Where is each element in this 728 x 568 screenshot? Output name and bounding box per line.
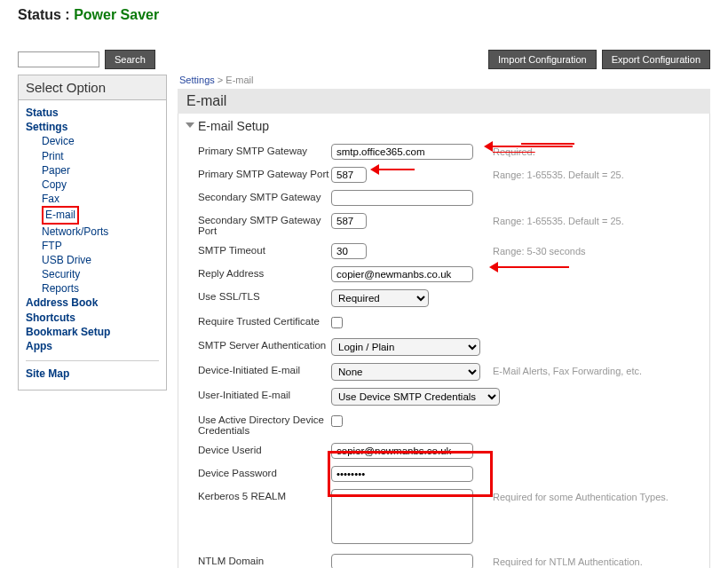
sidebar-item-sitemap[interactable]: Site Map — [26, 367, 159, 381]
hint-ntlm: Required for NTLM Authentication. — [493, 554, 643, 567]
sidebar-item-device[interactable]: Device — [26, 134, 159, 148]
sidebar-item-apps[interactable]: Apps — [26, 339, 159, 353]
import-config-button[interactable]: Import Configuration — [488, 50, 597, 69]
hint-timeout: Range: 5-30 seconds — [493, 243, 586, 256]
hint-primary-port: Range: 1-65535. Default = 25. — [493, 167, 624, 180]
input-primary-gateway[interactable] — [331, 144, 473, 160]
sidebar-item-ftp[interactable]: FTP — [26, 239, 159, 253]
search-input[interactable] — [18, 51, 99, 67]
status-line: Status : Power Saver — [18, 7, 710, 23]
label-ssl: Use SSL/TLS — [198, 289, 331, 302]
panel-title: E-mail — [178, 89, 710, 114]
email-panel: E-mail Setup Primary SMTP Gateway Requir… — [178, 114, 710, 568]
sidebar-item-copy[interactable]: Copy — [26, 178, 159, 192]
export-config-button[interactable]: Export Configuration — [602, 50, 710, 69]
sidebar-item-addressbook[interactable]: Address Book — [26, 296, 159, 310]
sidebar-item-print[interactable]: Print — [26, 149, 159, 163]
sidebar-item-settings[interactable]: Settings — [26, 120, 159, 134]
input-reply[interactable] — [331, 266, 473, 282]
sidebar-item-shortcuts[interactable]: Shortcuts — [26, 311, 159, 325]
label-ntlm: NTLM Domain — [198, 554, 331, 566]
annotation-rect-creds — [328, 451, 493, 497]
label-secondary-gateway: Secondary SMTP Gateway — [198, 190, 331, 202]
sidebar-item-reports[interactable]: Reports — [26, 281, 159, 296]
checkbox-trusted[interactable] — [331, 317, 343, 328]
label-reply: Reply Address — [198, 266, 331, 279]
label-primary-port: Primary SMTP Gateway Port — [198, 167, 331, 179]
hint-kerberos: Required for some Authentication Types. — [493, 489, 669, 502]
select-auth[interactable]: Login / Plain — [331, 338, 480, 356]
label-auth: SMTP Server Authentication — [198, 338, 331, 351]
hint-secondary-port: Range: 1-65535. Default = 25. — [493, 213, 624, 226]
label-ad-creds: Use Active Directory Device Credentials — [198, 413, 331, 436]
breadcrumb: Settings > E-mail — [179, 75, 710, 85]
annotation-arrow-3 — [498, 266, 569, 268]
label-trusted: Require Trusted Certificate — [198, 314, 331, 327]
breadcrumb-email: E-mail — [226, 75, 253, 85]
hint-dev-init: E-Mail Alerts, Fax Forwarding, etc. — [493, 363, 642, 376]
annotation-arrow-1 — [493, 146, 573, 147]
sidebar-item-status[interactable]: Status — [26, 106, 159, 120]
label-user-init: User-Initiated E-mail — [198, 388, 331, 400]
input-secondary-gateway[interactable] — [331, 190, 473, 206]
sidebar-item-usb[interactable]: USB Drive — [26, 253, 159, 267]
label-secondary-port: Secondary SMTP Gateway Port — [198, 213, 331, 236]
checkbox-ad-creds[interactable] — [331, 415, 343, 427]
input-timeout[interactable] — [331, 243, 367, 259]
sidebar-divider — [26, 360, 159, 361]
sidebar-title: Select Option — [18, 75, 167, 99]
select-dev-init[interactable]: None — [331, 363, 480, 381]
status-value: Power Saver — [74, 7, 159, 22]
label-timeout: SMTP Timeout — [198, 243, 331, 256]
input-ntlm[interactable] — [331, 554, 473, 568]
breadcrumb-settings[interactable]: Settings — [179, 75, 215, 85]
label-kerberos: Kerberos 5 REALM — [198, 489, 331, 501]
label-dev-init: Device-Initiated E-mail — [198, 363, 331, 375]
sidebar-item-email[interactable]: E-mail — [45, 209, 75, 221]
select-user-init[interactable]: Use Device SMTP Credentials — [331, 388, 500, 406]
email-highlight-box: E-mail — [42, 206, 79, 224]
section-title[interactable]: E-mail Setup — [178, 114, 709, 140]
label-primary-gateway: Primary SMTP Gateway — [198, 144, 331, 156]
sidebar-item-fax[interactable]: Fax — [26, 192, 159, 206]
search-button[interactable]: Search — [105, 50, 155, 69]
label-userid: Device Userid — [198, 443, 331, 455]
status-label: Status : — [18, 7, 74, 22]
input-primary-port[interactable] — [331, 167, 367, 183]
sidebar-item-network[interactable]: Network/Ports — [26, 225, 159, 239]
sidebar-item-bookmark[interactable]: Bookmark Setup — [26, 325, 159, 339]
sidebar: Select Option Status Settings Device Pri… — [18, 75, 167, 390]
input-secondary-port[interactable] — [331, 213, 367, 229]
annotation-arrow-2 — [379, 169, 415, 170]
label-password: Device Password — [198, 466, 331, 478]
textarea-kerberos[interactable] — [331, 489, 473, 544]
select-ssl[interactable]: Required — [331, 289, 429, 307]
sidebar-item-paper[interactable]: Paper — [26, 163, 159, 178]
sidebar-item-security[interactable]: Security — [26, 267, 159, 281]
